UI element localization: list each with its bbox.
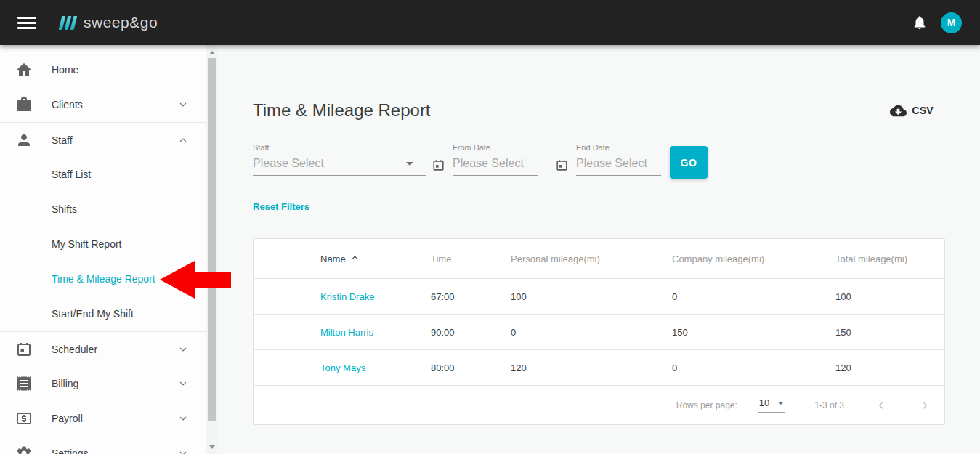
sidebar-item-label: Home (52, 64, 78, 76)
table-row: Kristin Drake 67:00 100 0 100 (254, 278, 944, 314)
menu-icon[interactable] (17, 17, 36, 29)
sidebar-item-label: Staff List (52, 169, 91, 180)
total-mileage-cell: 150 (835, 327, 944, 338)
rows-per-page-select[interactable]: 10 (758, 397, 785, 413)
reset-filters-link[interactable]: Reset Filters (253, 201, 309, 212)
staff-name-link[interactable]: Milton Harris (254, 327, 431, 338)
sidebar-item-label: Billing (52, 378, 78, 389)
sidebar-item-start-end-my-shift[interactable]: Start/End My Shift (0, 296, 206, 331)
sidebar-item-label: Staff (52, 134, 73, 146)
sidebar-item-label: Time & Mileage Report (52, 273, 155, 285)
calendar-icon[interactable] (555, 158, 569, 172)
sidebar-item-my-shift-report[interactable]: My Shift Report (0, 227, 206, 262)
column-header-name[interactable]: Name (254, 254, 431, 264)
column-header-total-mileage[interactable]: Total mileage(mi) (835, 254, 944, 264)
brand-logo[interactable]: sweep&go (60, 14, 158, 31)
sidebar-item-label: Scheduler (52, 344, 97, 355)
pagination-range: 1-3 of 3 (814, 400, 844, 410)
column-header-label: Name (320, 254, 346, 264)
time-cell: 67:00 (431, 291, 511, 302)
rows-per-page-label: Rows per page: (676, 400, 737, 410)
staff-select-placeholder: Please Select (253, 157, 324, 170)
user-avatar[interactable]: M (941, 12, 962, 33)
end-date-placeholder: Please Select (576, 157, 647, 170)
gear-icon (15, 445, 33, 454)
rows-per-page-value: 10 (759, 397, 769, 408)
column-header-time[interactable]: Time (431, 254, 511, 264)
sidebar-item-label: Clients (52, 99, 83, 110)
column-header-company-mileage[interactable]: Company mileage(mi) (672, 254, 835, 264)
dropdown-caret-icon (778, 402, 784, 405)
csv-export-button[interactable]: CSV (890, 102, 934, 119)
chevron-down-icon (177, 447, 189, 454)
person-icon (15, 131, 33, 149)
csv-button-label: CSV (912, 105, 934, 116)
filters-bar: Staff Please Select From Date Please Sel… (253, 143, 945, 179)
from-date-label: From Date (453, 143, 538, 152)
sidebar-item-shifts[interactable]: Shifts (0, 192, 206, 227)
top-bar: sweep&go M (0, 0, 980, 45)
sidebar-item-clients[interactable]: Clients (0, 87, 206, 122)
brand-text: sweep&go (84, 14, 158, 31)
end-date-field[interactable]: End Date Please Select (576, 143, 661, 176)
sidebar-item-home[interactable]: Home (0, 52, 206, 87)
briefcase-icon (15, 96, 33, 113)
sidebar-item-settings[interactable]: Settings (0, 436, 206, 454)
company-mileage-cell: 150 (672, 327, 835, 338)
sidebar: Home Clients Staff Staff List Shifts My … (0, 45, 217, 454)
dropdown-caret-icon (406, 162, 413, 166)
notifications-bell-icon[interactable] (912, 15, 928, 31)
table-row: Milton Harris 90:00 0 150 150 (254, 314, 944, 349)
personal-mileage-cell: 120 (511, 362, 672, 373)
time-cell: 80:00 (431, 362, 511, 373)
chevron-down-icon (177, 413, 189, 424)
sidebar-scrollbar[interactable] (206, 45, 217, 454)
sidebar-item-label: Shifts (52, 203, 77, 215)
sidebar-item-billing[interactable]: Billing (0, 366, 206, 401)
sidebar-item-time-mileage-report[interactable]: Time & Mileage Report (0, 262, 206, 296)
chevron-left-icon (875, 399, 888, 412)
time-cell: 90:00 (431, 327, 511, 338)
sidebar-item-staff[interactable]: Staff (0, 122, 206, 157)
staff-name-link[interactable]: Tony Mays (254, 362, 431, 373)
table-pagination: Rows per page: 10 1-3 of 3 (254, 385, 944, 424)
chevron-right-icon (918, 399, 931, 412)
go-button[interactable]: GO (670, 146, 708, 179)
scroll-up-arrow-icon[interactable] (206, 46, 217, 58)
next-page-button[interactable] (918, 399, 931, 412)
sidebar-item-scheduler[interactable]: Scheduler (0, 331, 206, 366)
page-title: Time & Mileage Report (253, 100, 431, 121)
calendar-icon[interactable] (432, 158, 445, 172)
staff-name-link[interactable]: Kristin Drake (254, 291, 431, 302)
chevron-down-icon (177, 344, 189, 355)
table-row: Tony Mays 80:00 120 0 120 (254, 349, 944, 385)
cloud-download-icon (890, 102, 907, 119)
staff-select[interactable]: Staff Please Select (253, 143, 426, 176)
calendar-icon (15, 341, 33, 358)
table-header-row: Name Time Personal mileage(mi) Company m… (254, 239, 944, 278)
dollar-icon (15, 410, 33, 427)
scrollbar-thumb[interactable] (208, 58, 216, 421)
end-date-label: End Date (576, 143, 661, 152)
company-mileage-cell: 0 (672, 291, 835, 302)
previous-page-button[interactable] (875, 399, 888, 412)
scroll-down-arrow-icon[interactable] (206, 441, 217, 453)
chevron-down-icon (177, 378, 189, 389)
sidebar-item-label: Start/End My Shift (52, 308, 134, 320)
total-mileage-cell: 100 (835, 291, 944, 302)
sidebar-item-label: Payroll (52, 413, 83, 424)
from-date-field[interactable]: From Date Please Select (453, 143, 538, 176)
sidebar-item-payroll[interactable]: Payroll (0, 401, 206, 436)
home-icon (15, 61, 33, 78)
staff-select-label: Staff (253, 143, 426, 152)
brand-logo-icon (60, 16, 78, 30)
sidebar-item-staff-list[interactable]: Staff List (0, 157, 206, 192)
column-header-personal-mileage[interactable]: Personal mileage(mi) (511, 254, 672, 264)
personal-mileage-cell: 0 (511, 327, 672, 338)
chevron-down-icon (177, 99, 189, 110)
report-table: Name Time Personal mileage(mi) Company m… (253, 238, 945, 425)
receipt-icon (15, 375, 33, 392)
sort-ascending-icon (350, 254, 360, 264)
sidebar-item-label: My Shift Report (52, 238, 121, 250)
chevron-up-icon (177, 134, 189, 146)
